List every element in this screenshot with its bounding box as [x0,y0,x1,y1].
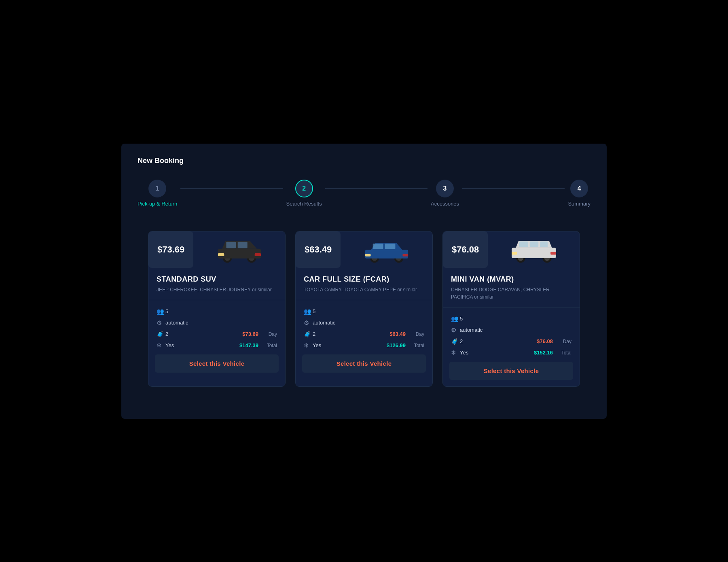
step-circle-1: 1 [148,180,166,197]
svg-rect-14 [372,244,383,249]
ac-icon-mvan: ❄ [451,349,460,356]
vehicle-desc-suv: JEEP CHEROKEE, CHRYSLER JOURNEY or simil… [157,286,277,293]
select-button-mvan[interactable]: Select this Vehicle [449,362,573,380]
spec-passengers-suv: 👥 5 [148,306,285,317]
fcar-svg [362,235,411,264]
total-tag-mvan: Total [557,350,571,356]
passengers-label-suv: 5 [165,308,277,314]
specs-fcar: 👥 5 ⚙ automatic 🧳 2 $63.49 Day ❄ Yes $12… [296,306,432,351]
ac-label-mvan: Yes [460,350,534,356]
luggage-label-suv: 2 [165,331,242,337]
spec-transmission-fcar: ⚙ automatic [296,317,432,329]
step-line-2-3 [325,188,427,189]
spec-ac-fcar: ❄ Yes $126.99 Total [296,340,432,351]
svg-rect-8 [254,253,260,256]
passengers-icon-mvan: 👥 [451,315,460,322]
card-body-fcar: CAR FULL SIZE (FCAR) TOYOTA CAMRY, TOYOT… [296,268,432,293]
svg-rect-24 [529,241,538,247]
ac-label-fcar: Yes [313,342,387,348]
luggage-label-fcar: 2 [313,331,389,337]
passengers-label-mvan: 5 [460,316,571,322]
card-header-mvan: $76.08 [443,231,580,268]
car-image-fcar [341,232,432,267]
day-price-suv: $73.69 [242,331,258,337]
specs-mvan: 👥 5 ⚙ automatic 🧳 2 $76.08 Day ❄ Yes $15… [443,313,580,358]
step-line-3-4 [462,188,565,189]
ac-icon-fcar: ❄ [304,342,313,349]
step-label-2: Search Results [286,201,322,207]
spec-luggage-fcar: 🧳 2 $63.49 Day [296,329,432,340]
car-image-suv [193,232,285,267]
spec-luggage-mvan: 🧳 2 $76.08 Day [443,336,580,347]
luggage-icon-mvan: 🧳 [451,338,460,345]
card-body-suv: STANDARD SUV JEEP CHEROKEE, CHRYSLER JOU… [148,268,285,293]
passengers-label-fcar: 5 [313,308,424,314]
price-badge-mvan: $76.08 [443,231,488,268]
card-divider-suv [148,300,285,300]
step-3: 3 Accessories [431,180,459,207]
vehicle-name-suv: STANDARD SUV [157,275,277,284]
card-divider-fcar [296,300,432,300]
day-price-mvan: $76.08 [537,338,553,344]
svg-rect-23 [519,241,528,247]
step-circle-2: 2 [295,180,313,197]
spec-luggage-suv: 🧳 2 $73.69 Day [148,329,285,340]
ac-icon-suv: ❄ [157,342,165,349]
total-price-mvan: $152.16 [534,350,553,356]
day-tag-fcar: Day [410,331,424,337]
vehicle-card-mvan: $76.08 [442,231,580,387]
svg-rect-6 [237,242,247,248]
passengers-icon-fcar: 👥 [304,308,313,315]
total-price-fcar: $126.99 [387,342,406,348]
step-circle-4: 4 [570,180,588,197]
card-header-fcar: $63.49 [296,231,432,268]
transmission-icon-suv: ⚙ [157,319,165,327]
transmission-label-fcar: automatic [313,320,424,326]
day-tag-mvan: Day [557,339,571,344]
spec-passengers-mvan: 👥 5 [443,313,580,324]
svg-rect-25 [540,241,548,247]
stepper: 1 Pick-up & Return 2 Search Results 3 Ac… [138,180,590,207]
card-body-mvan: MINI VAN (MVAR) CHRYSLER DODGE CARAVAN, … [443,268,580,301]
luggage-icon-suv: 🧳 [157,331,165,338]
step-circle-3: 3 [436,180,454,197]
vehicle-name-mvan: MINI VAN (MVAR) [451,275,571,284]
vehicle-cards-container: $73.69 S [138,231,590,387]
svg-rect-22 [512,248,556,258]
step-line-1-2 [180,188,283,189]
svg-rect-13 [365,250,408,258]
svg-rect-5 [226,242,236,248]
transmission-icon-mvan: ⚙ [451,327,460,334]
select-button-fcar[interactable]: Select this Vehicle [302,354,426,373]
total-tag-suv: Total [262,343,277,348]
app-window: New Booking 1 Pick-up & Return 2 Search … [121,144,607,419]
svg-rect-26 [512,252,517,254]
luggage-icon-fcar: 🧳 [304,331,313,338]
vehicle-card-suv: $73.69 S [148,231,286,387]
spec-ac-mvan: ❄ Yes $152.16 Total [443,347,580,358]
day-tag-suv: Day [262,331,277,337]
svg-rect-17 [402,254,408,256]
luggage-label-mvan: 2 [460,338,537,344]
svg-rect-15 [385,244,395,249]
transmission-icon-fcar: ⚙ [304,319,313,327]
svg-rect-7 [218,253,224,256]
transmission-label-mvan: automatic [460,327,571,333]
svg-rect-16 [365,254,370,256]
vehicle-card-fcar: $63.49 C [295,231,433,387]
select-button-suv[interactable]: Select this Vehicle [155,354,279,373]
svg-rect-27 [550,252,556,254]
spec-transmission-mvan: ⚙ automatic [443,324,580,336]
step-label-1: Pick-up & Return [138,201,177,207]
mvan-svg [510,235,558,264]
step-label-3: Accessories [431,201,459,207]
spec-passengers-fcar: 👥 5 [296,306,432,317]
price-badge-suv: $73.69 [148,231,193,268]
day-price-fcar: $63.49 [389,331,406,337]
vehicle-desc-mvan: CHRYSLER DODGE CARAVAN, CHRYSLER PACIFIC… [451,286,571,301]
card-divider-mvan [443,307,580,308]
step-2: 2 Search Results [286,180,322,207]
svg-rect-4 [218,248,260,258]
step-1: 1 Pick-up & Return [138,180,177,207]
transmission-label-suv: automatic [165,320,277,326]
